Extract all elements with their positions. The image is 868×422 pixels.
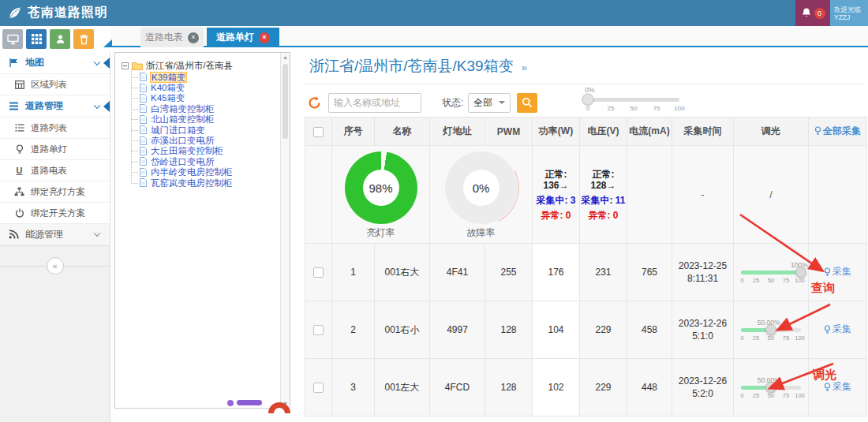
collect-link[interactable]: 采集: [824, 323, 851, 336]
tree-node[interactable]: K39箱变: [131, 72, 286, 82]
collect-link[interactable]: 采集: [824, 265, 851, 278]
dim-slider: 50.00% 0 25 50 75 100: [741, 375, 801, 399]
select-all-checkbox[interactable]: [313, 127, 324, 137]
light-rate-donut-chart: 98%: [345, 151, 417, 224]
breadcrumb-path[interactable]: 浙江省/温州市/苍南县/K39箱变: [309, 56, 514, 77]
table-row: 3 001左大 4FCD 128 102 229 448 2023-12-265…: [305, 359, 867, 416]
tree-scrollbar[interactable]: ▲ ▼: [280, 53, 290, 408]
scrollbar-thumb[interactable]: [282, 64, 288, 139]
user-admin-button[interactable]: [50, 29, 70, 49]
sidebar-item-label: 能源管理: [25, 228, 63, 241]
cell-address: 4997: [430, 301, 485, 359]
tree-node[interactable]: 瓦窑岚变电房控制柜: [131, 177, 286, 188]
user-menu[interactable]: 欢迎光临 YZZJ: [830, 0, 868, 26]
user-icon: [55, 34, 65, 44]
tree-node[interactable]: 大丘田箱变控制柜: [131, 146, 286, 156]
status-selected-value: 全部: [473, 96, 492, 110]
row-checkbox[interactable]: [313, 267, 324, 278]
scroll-up-icon[interactable]: ▲: [281, 54, 290, 60]
tree-node[interactable]: 岱岭进口变电所: [131, 156, 286, 166]
slider-tick: 100: [795, 392, 805, 399]
column-header: 电流(mA): [627, 118, 672, 146]
tab-close-icon[interactable]: ×: [188, 32, 199, 43]
sidebar-item-road-management[interactable]: 道路管理: [0, 95, 110, 118]
collapse-node-icon[interactable]: [122, 62, 129, 69]
status-select[interactable]: 全部: [468, 93, 511, 113]
tree-node[interactable]: 城门进口箱变: [131, 125, 286, 135]
main-content: 浙江省/温州市/苍南县/K39箱变 » 状态: 全部 0% 0 25 50 75…: [304, 52, 868, 422]
leaf-icon: [7, 6, 22, 21]
active-marker: [103, 101, 110, 112]
refresh-icon[interactable]: [307, 95, 322, 110]
sidebar-item-road-list[interactable]: 道路列表: [0, 118, 110, 139]
cell-no: 2: [332, 301, 375, 359]
sidebar-item-road-meter[interactable]: U 道路电表: [0, 160, 110, 181]
slider-tick: 50: [768, 277, 774, 284]
recycle-button[interactable]: [73, 29, 94, 49]
row-checkbox[interactable]: [313, 383, 324, 393]
breadcrumb: 浙江省/温州市/苍南县/K39箱变 »: [309, 56, 527, 77]
slider-tick: 0: [740, 334, 743, 342]
slider-tick: 100: [674, 105, 684, 112]
notifications-button[interactable]: 0: [795, 0, 830, 26]
slider-handle[interactable]: [795, 267, 806, 278]
tab-road-lamp[interactable]: 道路单灯 ×: [207, 28, 279, 47]
app-title: 苍南道路照明: [28, 5, 108, 21]
search-input[interactable]: [328, 93, 421, 113]
file-icon: [140, 84, 147, 92]
column-header: 名称: [375, 118, 430, 146]
cell-no: 3: [332, 359, 375, 416]
welcome-text: 欢迎光临: [834, 6, 868, 13]
cell-collect-time: 2023-12-265:2:0: [672, 359, 734, 416]
column-header: 序号: [332, 118, 375, 146]
tree-node[interactable]: K45箱变: [131, 93, 286, 103]
cell-current: 458: [627, 301, 672, 359]
bell-icon: [801, 7, 812, 19]
sidebar-item-bind-lighting-plan[interactable]: 绑定亮灯方案: [0, 181, 110, 203]
tree-node[interactable]: 内半岭变电房控制柜: [131, 167, 286, 177]
search-button[interactable]: [517, 93, 537, 113]
chevron-down-icon: [94, 58, 100, 65]
file-icon: [140, 157, 147, 166]
tree-node[interactable]: 北山箱变控制柜: [131, 114, 286, 125]
tab-close-icon[interactable]: ×: [259, 32, 270, 43]
slider-handle[interactable]: [765, 382, 776, 393]
voltage-stats: 正常:128→ 采集中: 11 异常: 0: [580, 169, 627, 221]
table-icon: [13, 80, 25, 89]
cell-pwm: 128: [485, 359, 533, 416]
sidebar-item-road-lamp[interactable]: 道路单灯: [0, 139, 110, 160]
row-checkbox[interactable]: [313, 325, 324, 335]
sidebar-item-energy-management[interactable]: 能源管理: [0, 224, 110, 245]
slider-handle[interactable]: [765, 324, 776, 335]
column-header: 调光: [734, 118, 809, 146]
cell-pwm: 255: [485, 244, 533, 301]
username: YZZJ: [834, 13, 868, 21]
tree-node[interactable]: K40箱变: [131, 82, 286, 92]
file-icon: [140, 147, 147, 155]
cell-current: 448: [627, 359, 672, 416]
sidebar: 地图 区域列表 道路管理 道路列表 道路单灯 U 道路电表 绑定亮灯方: [0, 52, 110, 422]
apps-grid-button[interactable]: [26, 29, 47, 49]
dim-placeholder: /: [734, 146, 809, 244]
grid-icon: [32, 34, 42, 44]
tab-road-meter[interactable]: 道路电表 ×: [140, 28, 204, 47]
tree-root-node[interactable]: 浙江省/温州市/苍南县: [122, 60, 286, 72]
tree-node[interactable]: 赤溪出口变电所: [131, 135, 286, 145]
rss-icon: [8, 230, 20, 239]
cell-voltage: 229: [580, 301, 627, 359]
collect-all-link[interactable]: 全部采集: [814, 125, 861, 138]
monitor-button[interactable]: [2, 29, 23, 49]
sidebar-item-label: 绑定亮灯方案: [31, 186, 85, 198]
app-brand: 苍南道路照明: [0, 5, 108, 21]
sidebar-item-region-list[interactable]: 区域列表: [0, 74, 110, 95]
slider-tick: 75: [783, 334, 789, 342]
sidebar-collapse-button[interactable]: «: [47, 257, 64, 274]
file-icon: [140, 104, 147, 113]
sidebar-item-bind-switch-plan[interactable]: 绑定开关方案: [0, 203, 110, 224]
column-header: 灯地址: [430, 118, 485, 146]
column-header: 采集时间: [672, 118, 734, 146]
sidebar-item-map[interactable]: 地图: [0, 52, 110, 74]
slider-handle[interactable]: [582, 94, 594, 106]
tree-node[interactable]: 白湾箱变控制柜: [131, 103, 286, 114]
slider-track[interactable]: [588, 98, 679, 102]
